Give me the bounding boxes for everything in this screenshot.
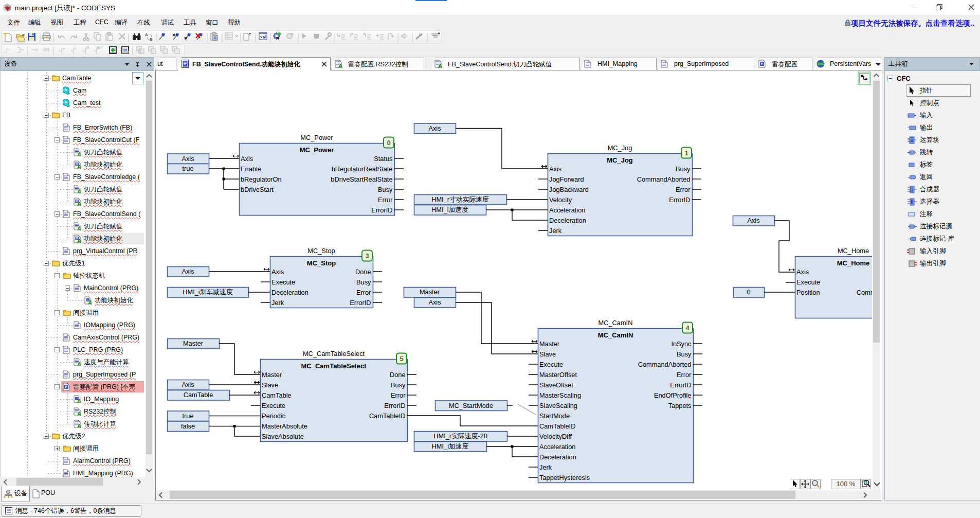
svg-text:Axis: Axis (428, 124, 441, 132)
svg-text:Axis: Axis (182, 381, 194, 388)
svg-text:MC_CamIN: MC_CamIN (598, 331, 633, 339)
svg-text:Velocity: Velocity (549, 196, 572, 204)
svg-text:Periodic: Periodic (262, 412, 286, 420)
svg-text:Position: Position (796, 289, 820, 296)
svg-text:MC_Home: MC_Home (837, 259, 870, 267)
svg-text:REF: REF (97, 45, 103, 49)
svg-text:MC_CamIN: MC_CamIN (598, 319, 633, 327)
svg-text:Done: Done (390, 371, 406, 379)
svg-text:bDriveStartRealState: bDriveStartRealState (331, 175, 392, 183)
svg-text:Done: Done (355, 268, 371, 276)
svg-text:A: A (338, 63, 342, 68)
svg-text:A: A (438, 63, 442, 68)
svg-text:CommandAborted: CommandAborted (638, 361, 692, 368)
svg-text:Busy: Busy (378, 186, 393, 193)
svg-text:ErrorID: ErrorID (371, 206, 392, 214)
svg-text:R: R (86, 45, 89, 49)
svg-text:A: A (77, 151, 81, 156)
svg-text:MasterAbsolute: MasterAbsolute (262, 422, 307, 430)
svg-text:0: 0 (747, 288, 750, 296)
svg-text:MC_Jog: MC_Jog (608, 144, 632, 152)
svg-text:A: A (77, 398, 81, 403)
svg-text:A: A (77, 164, 81, 169)
svg-text:Acceleration: Acceleration (549, 206, 585, 214)
svg-text:Jerk: Jerk (271, 299, 284, 307)
svg-text:StartMode: StartMode (539, 412, 570, 420)
svg-text:A: A (77, 410, 81, 416)
svg-text:HMI_i加速度: HMI_i加速度 (432, 442, 469, 450)
svg-text:A: A (145, 32, 148, 37)
svg-text:B: B (150, 37, 153, 42)
svg-text:ErrorID: ErrorID (670, 381, 691, 389)
svg-text:Slave: Slave (262, 381, 278, 389)
svg-text:Error: Error (356, 289, 371, 296)
svg-text:HMI_i刹车减速度: HMI_i刹车减速度 (183, 288, 233, 296)
svg-text:TappetHysteresis: TappetHysteresis (539, 474, 590, 481)
svg-text:MC_Jog: MC_Jog (607, 156, 633, 164)
svg-text:CommandAborted: CommandAborted (637, 175, 691, 183)
svg-text:bRegulatorOn: bRegulatorOn (241, 175, 282, 183)
svg-text:MC_StartMode: MC_StartMode (449, 402, 493, 409)
svg-text:CommandAborted: CommandAborted (857, 289, 872, 296)
svg-text:Tappets: Tappets (668, 402, 692, 409)
svg-text:A: A (77, 423, 81, 428)
svg-text:Execute: Execute (796, 278, 820, 286)
svg-text:Axis: Axis (182, 155, 194, 163)
svg-text:Deceleration: Deceleration (271, 289, 308, 296)
svg-text:MC_Home: MC_Home (838, 247, 869, 255)
svg-text:bRegulatorRealState: bRegulatorRealState (332, 165, 393, 173)
svg-text:MasterOffset: MasterOffset (539, 371, 577, 379)
svg-text:A: A (77, 225, 81, 230)
svg-text:S: S (75, 45, 77, 49)
svg-text:Axis: Axis (241, 155, 253, 163)
svg-text:Master: Master (539, 340, 560, 348)
svg-text:MC_CamTableSelect: MC_CamTableSelect (301, 362, 367, 370)
svg-text:MC_Stop: MC_Stop (307, 247, 335, 255)
svg-text:EN: EN (45, 48, 49, 51)
svg-text:ErrorID: ErrorID (669, 196, 690, 204)
svg-text:A: A (88, 299, 92, 305)
svg-text:3: 3 (365, 252, 369, 260)
svg-text:CamTableID: CamTableID (369, 412, 405, 420)
svg-text:Execute: Execute (271, 278, 295, 286)
svg-text:Error: Error (391, 391, 406, 399)
svg-text:JogForward: JogForward (549, 175, 584, 183)
svg-text:true: true (182, 412, 193, 420)
svg-text:EndOfProfile: EndOfProfile (654, 391, 692, 399)
svg-text:Axis: Axis (747, 217, 759, 224)
svg-text:Busy: Busy (677, 350, 692, 358)
svg-text:4: 4 (685, 324, 689, 332)
svg-text:Acceleration: Acceleration (539, 443, 575, 451)
svg-text:Deceleration: Deceleration (549, 217, 586, 224)
svg-text:VelocityDiff: VelocityDiff (539, 433, 572, 440)
svg-text:InSync: InSync (671, 340, 692, 348)
svg-text:Error: Error (378, 196, 393, 204)
svg-text:Axis: Axis (549, 165, 561, 173)
svg-text:Busy: Busy (356, 278, 371, 286)
svg-text:HMI_i加速度: HMI_i加速度 (431, 206, 468, 213)
svg-text:Error: Error (677, 371, 692, 379)
svg-text:ErrorID: ErrorID (350, 299, 371, 307)
svg-text:Jerk: Jerk (539, 463, 552, 471)
svg-text:SlaveScaling: SlaveScaling (539, 402, 577, 409)
svg-text:A: A (77, 188, 81, 193)
svg-text:Axis: Axis (271, 268, 284, 276)
svg-text:MC_Stop: MC_Stop (307, 259, 336, 267)
svg-text:Execute: Execute (539, 361, 563, 368)
svg-text:A: A (77, 238, 81, 243)
svg-text:Slave: Slave (539, 350, 556, 358)
svg-text:Busy: Busy (676, 165, 691, 173)
svg-text:Status: Status (374, 155, 392, 163)
svg-text:Jerk: Jerk (549, 227, 562, 235)
svg-text:A: A (77, 361, 81, 366)
svg-text:true: true (182, 165, 193, 172)
svg-text:Busy: Busy (391, 381, 406, 389)
svg-text:MasterScaling: MasterScaling (539, 391, 581, 399)
svg-text:Error: Error (676, 186, 691, 193)
svg-text:HMI_r实际速度-20: HMI_r实际速度-20 (433, 432, 487, 440)
svg-text:MC_Power: MC_Power (300, 146, 334, 154)
svg-text:bDriveStart: bDriveStart (241, 186, 274, 193)
svg-text:CamTable: CamTable (184, 391, 213, 399)
svg-text:CamTable: CamTable (262, 391, 292, 399)
svg-text:SlaveOffset: SlaveOffset (539, 381, 573, 389)
